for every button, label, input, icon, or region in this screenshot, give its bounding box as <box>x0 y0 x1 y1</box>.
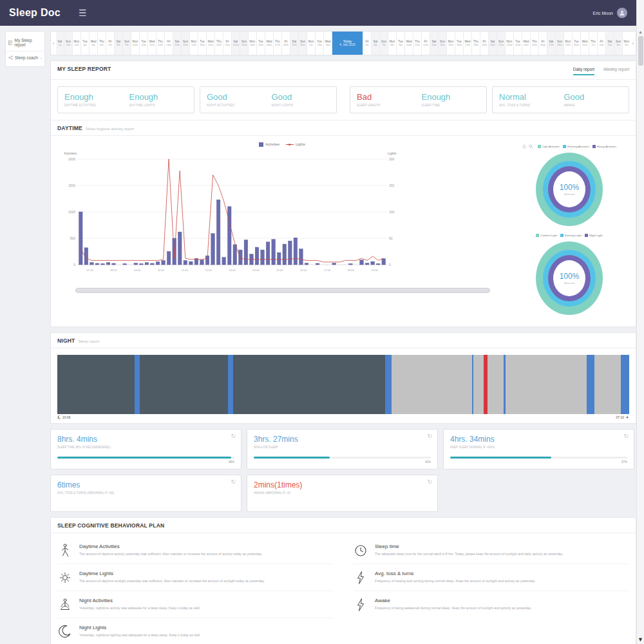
date-cell[interactable]: Tue23rd <box>514 32 522 55</box>
plan-item-description: The amount of daytime sunlight yesterday… <box>79 579 265 584</box>
legend-label: Heavy Activities <box>597 145 616 148</box>
tab-weekly-report[interactable]: Weekly report <box>603 67 629 75</box>
date-cell[interactable]: Wed12th <box>148 32 156 55</box>
date-cell[interactable]: Sun23rd <box>240 32 249 55</box>
summary-label: DAYTIME LIGHTS <box>129 104 188 107</box>
magnifier-icon[interactable] <box>529 144 533 149</box>
date-cell[interactable]: Wed3rd <box>324 32 332 55</box>
date-cell[interactable]: Fri5th <box>363 32 372 55</box>
date-cell[interactable]: Mon5th <box>623 32 630 55</box>
date-cell[interactable]: Fri14th <box>165 32 173 55</box>
date-cell[interactable]: Wed31st <box>581 32 589 55</box>
refresh-icon[interactable]: ↻ <box>623 433 629 439</box>
user-name[interactable]: Eric Moon <box>592 11 613 15</box>
date-cell[interactable]: Thu1st <box>589 32 598 55</box>
date-cell[interactable]: Thu6th <box>98 32 106 55</box>
date-cell[interactable]: Thu20th <box>215 32 223 55</box>
date-cell[interactable]: Tue9th <box>397 32 405 55</box>
chevron-right-icon[interactable]: › <box>630 32 636 55</box>
date-cell[interactable]: Sun7th <box>380 32 388 55</box>
date-cell[interactable]: Fri2nd <box>598 32 606 55</box>
chevron-left-icon[interactable]: ‹ <box>51 32 56 55</box>
timeline-segment-deep <box>57 355 135 414</box>
date-cell[interactable]: Thu27th <box>274 32 282 55</box>
share-icon <box>8 55 13 60</box>
svg-text:0: 0 <box>73 263 75 267</box>
date-cell[interactable]: Wed10th <box>405 32 413 55</box>
date-cell[interactable]: Wed19th <box>207 32 215 55</box>
sidebar-item-sleep-coach[interactable]: Sleep coach › <box>6 52 44 64</box>
date-cell[interactable]: Tue25th <box>257 32 265 55</box>
date-cell[interactable]: Wed5th <box>90 32 98 55</box>
date-cell-date: 2nd <box>317 43 322 46</box>
date-cell[interactable]: Fri7th <box>106 32 115 55</box>
scroll-up-icon[interactable]: ▲ <box>638 30 643 34</box>
date-cell[interactable]: Sat3rd <box>606 32 614 55</box>
timeline-segment-shallow <box>594 355 621 414</box>
date-cell[interactable]: Sat13th <box>430 32 439 55</box>
hamburger-menu-icon[interactable]: ☰ <box>79 8 87 18</box>
date-cell[interactable]: Fri19th <box>480 32 489 55</box>
date-cell[interactable]: Mon24th <box>249 32 257 55</box>
date-cell[interactable]: Thu18th <box>472 32 480 55</box>
date-cell[interactable]: Sun2nd <box>64 32 73 55</box>
scrollbar-thumb[interactable] <box>638 36 643 66</box>
date-cell[interactable]: Sun4th <box>614 32 623 55</box>
date-cell[interactable]: Fri28th <box>282 32 290 55</box>
date-cell[interactable]: Tue4th <box>81 32 90 55</box>
date-cell[interactable]: Sun16th <box>182 32 190 55</box>
scroll-down-icon[interactable]: ▼ <box>638 636 643 643</box>
date-cell[interactable]: Tue30th <box>573 32 581 55</box>
chart-scrollbar[interactable] <box>75 288 490 293</box>
date-cell[interactable]: Wed26th <box>265 32 274 55</box>
date-cell[interactable]: Mon29th <box>564 32 573 55</box>
date-cell[interactable]: Tue18th <box>198 32 207 55</box>
date-cell[interactable]: Fri12th <box>422 32 430 55</box>
date-cell[interactable]: Sat8th <box>115 32 123 55</box>
date-cell[interactable]: Fri26th <box>539 32 547 55</box>
date-cell[interactable]: Thu25th <box>531 32 539 55</box>
page-scrollbar[interactable]: ▲ ▼ <box>636 0 644 644</box>
date-cell[interactable]: Sat15th <box>173 32 182 55</box>
date-cell-date: 14th <box>440 43 445 46</box>
date-cell[interactable]: Thu11th <box>413 32 422 55</box>
date-cell[interactable]: Sat1st <box>56 32 64 55</box>
date-cell[interactable]: Tue16th <box>455 32 464 55</box>
date-cell[interactable]: Mon22nd <box>506 32 514 55</box>
date-cell[interactable]: Sun14th <box>439 32 447 55</box>
date-cell[interactable]: Sun21st <box>497 32 506 55</box>
date-cell[interactable]: Sat20th <box>489 32 497 55</box>
date-cell[interactable]: Sun28th <box>556 32 564 55</box>
date-cell[interactable]: Wed17th <box>464 32 472 55</box>
date-cell[interactable]: Wed24th <box>522 32 531 55</box>
refresh-icon[interactable]: ↻ <box>427 479 432 485</box>
date-cell[interactable]: Thu13th <box>156 32 165 55</box>
tab-daily-report[interactable]: Daily report <box>573 67 594 75</box>
sidebar-item-my-sleep-report[interactable]: My Sleep report <box>6 34 44 52</box>
date-cell[interactable]: Sun9th <box>123 32 131 55</box>
refresh-icon[interactable]: ↻ <box>231 433 236 439</box>
date-cells: Sat1stSun2ndMon3rdTue4thWed5thThu6thFri7… <box>56 32 630 55</box>
date-cell[interactable]: Mon3rd <box>73 32 81 55</box>
refresh-icon[interactable]: ↻ <box>427 433 432 439</box>
date-cell[interactable]: Mon15th <box>447 32 455 55</box>
date-cell-date: 8th <box>117 43 120 46</box>
date-cell[interactable]: Sat6th <box>372 32 380 55</box>
date-cell[interactable]: Mon10th <box>131 32 140 55</box>
refresh-icon[interactable] <box>522 144 527 149</box>
avatar[interactable] <box>617 8 627 18</box>
date-cell[interactable]: Fri21st <box>223 32 232 55</box>
date-cell[interactable]: Sat29th <box>290 32 299 55</box>
date-cell[interactable]: Mon8th <box>388 32 397 55</box>
date-cell[interactable]: Sun30th <box>299 32 307 55</box>
date-cell[interactable]: Mon17th <box>190 32 198 55</box>
date-cell[interactable]: Tue2nd <box>316 32 324 55</box>
date-cell[interactable]: Mon1st <box>307 32 316 55</box>
date-cell[interactable]: Sat27th <box>547 32 556 55</box>
refresh-icon[interactable]: ↻ <box>231 479 236 485</box>
date-cell[interactable]: Sat22nd <box>232 32 240 55</box>
date-cell[interactable]: Tue11th <box>140 32 148 55</box>
svg-text:1000: 1000 <box>68 210 75 214</box>
svg-text:08:00: 08:00 <box>110 269 117 272</box>
date-cell-today[interactable]: Today4, July 2019 <box>332 32 363 55</box>
